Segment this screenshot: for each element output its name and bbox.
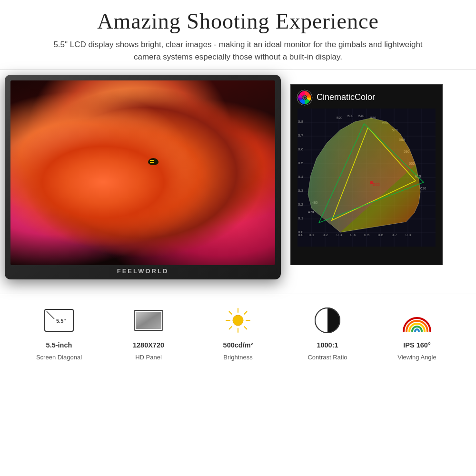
monitor-brand: FEELWORLD [117,268,169,275]
spec-viewing-angle: IPS 160° Viewing Angle [372,304,462,362]
subtitle: 5.5" LCD display shows bright, clear ima… [52,39,424,64]
svg-point-66 [233,315,243,326]
spec-viewing-icon-area [400,304,434,337]
spec-hd-panel-label: HD Panel [135,354,162,362]
monitor-container: FEELWORLD [5,75,286,289]
chart-title: CinematicColor [317,92,375,102]
svg-text:0.5: 0.5 [298,161,304,165]
svg-line-74 [229,327,232,329]
svg-text:0.3: 0.3 [298,188,304,193]
spec-contrast-value: 1000:1 [317,341,338,350]
spec-hd-panel-value: 1280X720 [133,341,164,350]
svg-text:0.8: 0.8 [406,233,411,237]
spec-viewing-value: IPS 160° [403,341,430,350]
spec-viewing-label: Viewing Angle [397,354,436,362]
spec-screen-diagonal-label: Screen Diagonal [36,354,82,362]
svg-text:D65: D65 [373,182,380,187]
svg-text:0.3: 0.3 [337,233,342,237]
spec-diagonal-icon-area: 5.5" [42,304,76,337]
screen-diagonal-icon: 5.5" [44,308,74,332]
svg-text:0.2: 0.2 [323,233,328,237]
chart-header: CinematicColor [291,85,442,109]
svg-line-71 [229,311,232,314]
spec-screen-diagonal-value: 5.5-inch [46,341,72,350]
spec-brightness-value: 500cd/m² [223,341,253,350]
svg-text:0.6: 0.6 [298,147,304,151]
svg-text:0.1: 0.1 [309,233,315,237]
svg-text:0.4: 0.4 [298,175,304,179]
svg-text:0.5: 0.5 [364,233,370,237]
cinematic-color-logo-icon [297,89,313,106]
svg-text:0.1: 0.1 [298,216,304,220]
monitor-outer: FEELWORLD [5,75,281,279]
spec-contrast-icon-area [311,304,344,337]
spec-brightness-icon-area [221,304,255,337]
header-section: Amazing Shooting Experience 5.5" LCD dis… [0,0,476,68]
main-content: FEELWORLD [0,75,476,289]
sun-brightness-icon [224,306,252,335]
spec-brightness: 500cd/m² Brightness [193,304,283,362]
svg-text:540: 540 [358,114,365,118]
svg-line-72 [244,327,247,329]
svg-text:0.0: 0.0 [298,230,304,234]
flower-image [10,80,275,265]
spec-contrast-label: Contrast Ratio [307,354,347,362]
contrast-ratio-icon [314,307,341,334]
svg-text:0.7: 0.7 [392,233,397,237]
bee-graphic [148,158,159,165]
color-gamut-svg: 0.0 0.1 0.2 0.3 0.4 0.5 0.6 0.7 0.8 0.0 … [298,109,436,247]
svg-text:470: 470 [308,210,314,214]
spec-hd-panel: 1280X720 HD Panel [104,304,193,362]
svg-text:0.8: 0.8 [298,119,304,124]
color-gamut-area: 0.0 0.1 0.2 0.3 0.4 0.5 0.6 0.7 0.8 0.0 … [298,109,436,247]
svg-text:620: 620 [420,186,426,190]
cinematic-color-chart: CinematicColor [290,84,443,265]
svg-text:0.4: 0.4 [350,233,356,237]
viewing-angle-icon [402,307,432,334]
header-divider [0,69,476,70]
svg-rect-65 [136,312,161,329]
svg-text:5.5": 5.5" [56,318,66,324]
spec-screen-diagonal: 5.5" 5.5-inch Screen Diagonal [14,304,104,362]
hd-panel-icon [133,308,164,332]
main-title: Amazing Shooting Experience [19,9,457,34]
svg-text:0.2: 0.2 [298,202,304,207]
svg-text:520: 520 [337,116,343,120]
svg-line-62 [47,311,54,319]
svg-line-73 [244,311,247,314]
monitor-screen [10,80,275,265]
spec-panel-icon-area [132,304,165,337]
svg-text:530: 530 [347,114,354,118]
svg-text:0.7: 0.7 [298,133,304,138]
spec-brightness-label: Brightness [223,354,252,362]
specs-row: 5.5" 5.5-inch Screen Diagonal [0,294,476,367]
page-wrapper: Amazing Shooting Experience 5.5" LCD dis… [0,0,476,476]
svg-text:0.6: 0.6 [378,233,384,237]
spec-contrast-ratio: 1000:1 Contrast Ratio [283,304,372,362]
